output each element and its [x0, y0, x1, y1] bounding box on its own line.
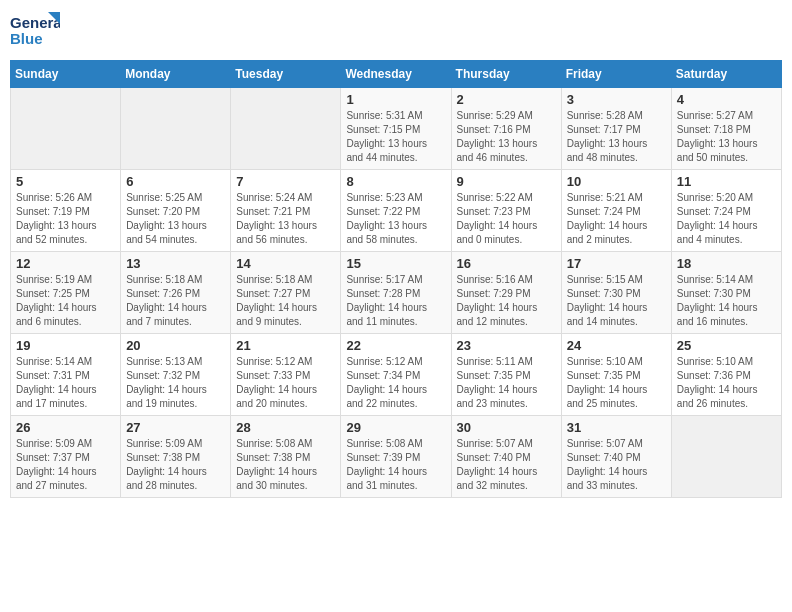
day-info: Sunrise: 5:09 AM Sunset: 7:37 PM Dayligh… — [16, 437, 115, 493]
day-cell: 30Sunrise: 5:07 AM Sunset: 7:40 PM Dayli… — [451, 416, 561, 498]
day-number: 24 — [567, 338, 666, 353]
week-row-3: 12Sunrise: 5:19 AM Sunset: 7:25 PM Dayli… — [11, 252, 782, 334]
day-cell: 4Sunrise: 5:27 AM Sunset: 7:18 PM Daylig… — [671, 88, 781, 170]
day-info: Sunrise: 5:24 AM Sunset: 7:21 PM Dayligh… — [236, 191, 335, 247]
day-cell: 11Sunrise: 5:20 AM Sunset: 7:24 PM Dayli… — [671, 170, 781, 252]
day-cell — [121, 88, 231, 170]
day-number: 19 — [16, 338, 115, 353]
day-cell: 26Sunrise: 5:09 AM Sunset: 7:37 PM Dayli… — [11, 416, 121, 498]
column-header-tuesday: Tuesday — [231, 61, 341, 88]
day-cell: 9Sunrise: 5:22 AM Sunset: 7:23 PM Daylig… — [451, 170, 561, 252]
day-cell: 31Sunrise: 5:07 AM Sunset: 7:40 PM Dayli… — [561, 416, 671, 498]
day-number: 5 — [16, 174, 115, 189]
day-number: 4 — [677, 92, 776, 107]
day-number: 29 — [346, 420, 445, 435]
day-info: Sunrise: 5:07 AM Sunset: 7:40 PM Dayligh… — [567, 437, 666, 493]
day-number: 10 — [567, 174, 666, 189]
day-info: Sunrise: 5:12 AM Sunset: 7:33 PM Dayligh… — [236, 355, 335, 411]
day-cell: 21Sunrise: 5:12 AM Sunset: 7:33 PM Dayli… — [231, 334, 341, 416]
day-cell: 2Sunrise: 5:29 AM Sunset: 7:16 PM Daylig… — [451, 88, 561, 170]
day-number: 18 — [677, 256, 776, 271]
day-info: Sunrise: 5:11 AM Sunset: 7:35 PM Dayligh… — [457, 355, 556, 411]
day-cell: 16Sunrise: 5:16 AM Sunset: 7:29 PM Dayli… — [451, 252, 561, 334]
day-number: 8 — [346, 174, 445, 189]
day-info: Sunrise: 5:28 AM Sunset: 7:17 PM Dayligh… — [567, 109, 666, 165]
day-info: Sunrise: 5:08 AM Sunset: 7:39 PM Dayligh… — [346, 437, 445, 493]
day-cell: 25Sunrise: 5:10 AM Sunset: 7:36 PM Dayli… — [671, 334, 781, 416]
day-cell: 15Sunrise: 5:17 AM Sunset: 7:28 PM Dayli… — [341, 252, 451, 334]
calendar-table: SundayMondayTuesdayWednesdayThursdayFrid… — [10, 60, 782, 498]
day-info: Sunrise: 5:16 AM Sunset: 7:29 PM Dayligh… — [457, 273, 556, 329]
day-number: 16 — [457, 256, 556, 271]
day-number: 28 — [236, 420, 335, 435]
week-row-2: 5Sunrise: 5:26 AM Sunset: 7:19 PM Daylig… — [11, 170, 782, 252]
day-cell: 29Sunrise: 5:08 AM Sunset: 7:39 PM Dayli… — [341, 416, 451, 498]
day-cell: 22Sunrise: 5:12 AM Sunset: 7:34 PM Dayli… — [341, 334, 451, 416]
day-info: Sunrise: 5:13 AM Sunset: 7:32 PM Dayligh… — [126, 355, 225, 411]
day-info: Sunrise: 5:18 AM Sunset: 7:27 PM Dayligh… — [236, 273, 335, 329]
day-cell: 3Sunrise: 5:28 AM Sunset: 7:17 PM Daylig… — [561, 88, 671, 170]
week-row-5: 26Sunrise: 5:09 AM Sunset: 7:37 PM Dayli… — [11, 416, 782, 498]
column-header-thursday: Thursday — [451, 61, 561, 88]
day-info: Sunrise: 5:26 AM Sunset: 7:19 PM Dayligh… — [16, 191, 115, 247]
week-row-1: 1Sunrise: 5:31 AM Sunset: 7:15 PM Daylig… — [11, 88, 782, 170]
day-number: 27 — [126, 420, 225, 435]
column-header-friday: Friday — [561, 61, 671, 88]
header-row: SundayMondayTuesdayWednesdayThursdayFrid… — [11, 61, 782, 88]
day-info: Sunrise: 5:10 AM Sunset: 7:35 PM Dayligh… — [567, 355, 666, 411]
day-info: Sunrise: 5:10 AM Sunset: 7:36 PM Dayligh… — [677, 355, 776, 411]
day-info: Sunrise: 5:09 AM Sunset: 7:38 PM Dayligh… — [126, 437, 225, 493]
column-header-wednesday: Wednesday — [341, 61, 451, 88]
day-info: Sunrise: 5:29 AM Sunset: 7:16 PM Dayligh… — [457, 109, 556, 165]
day-number: 31 — [567, 420, 666, 435]
day-cell: 8Sunrise: 5:23 AM Sunset: 7:22 PM Daylig… — [341, 170, 451, 252]
week-row-4: 19Sunrise: 5:14 AM Sunset: 7:31 PM Dayli… — [11, 334, 782, 416]
column-header-monday: Monday — [121, 61, 231, 88]
day-number: 13 — [126, 256, 225, 271]
day-info: Sunrise: 5:14 AM Sunset: 7:30 PM Dayligh… — [677, 273, 776, 329]
day-number: 15 — [346, 256, 445, 271]
day-cell: 10Sunrise: 5:21 AM Sunset: 7:24 PM Dayli… — [561, 170, 671, 252]
day-info: Sunrise: 5:21 AM Sunset: 7:24 PM Dayligh… — [567, 191, 666, 247]
column-header-sunday: Sunday — [11, 61, 121, 88]
day-number: 25 — [677, 338, 776, 353]
day-number: 6 — [126, 174, 225, 189]
day-cell: 14Sunrise: 5:18 AM Sunset: 7:27 PM Dayli… — [231, 252, 341, 334]
day-cell: 5Sunrise: 5:26 AM Sunset: 7:19 PM Daylig… — [11, 170, 121, 252]
day-number: 21 — [236, 338, 335, 353]
day-cell: 13Sunrise: 5:18 AM Sunset: 7:26 PM Dayli… — [121, 252, 231, 334]
day-cell — [671, 416, 781, 498]
day-info: Sunrise: 5:08 AM Sunset: 7:38 PM Dayligh… — [236, 437, 335, 493]
day-cell: 1Sunrise: 5:31 AM Sunset: 7:15 PM Daylig… — [341, 88, 451, 170]
day-number: 1 — [346, 92, 445, 107]
day-number: 9 — [457, 174, 556, 189]
day-cell: 17Sunrise: 5:15 AM Sunset: 7:30 PM Dayli… — [561, 252, 671, 334]
day-cell: 20Sunrise: 5:13 AM Sunset: 7:32 PM Dayli… — [121, 334, 231, 416]
day-info: Sunrise: 5:14 AM Sunset: 7:31 PM Dayligh… — [16, 355, 115, 411]
day-info: Sunrise: 5:12 AM Sunset: 7:34 PM Dayligh… — [346, 355, 445, 411]
day-number: 3 — [567, 92, 666, 107]
svg-text:General: General — [10, 14, 60, 31]
day-info: Sunrise: 5:17 AM Sunset: 7:28 PM Dayligh… — [346, 273, 445, 329]
calendar-header: SundayMondayTuesdayWednesdayThursdayFrid… — [11, 61, 782, 88]
day-cell: 27Sunrise: 5:09 AM Sunset: 7:38 PM Dayli… — [121, 416, 231, 498]
day-info: Sunrise: 5:23 AM Sunset: 7:22 PM Dayligh… — [346, 191, 445, 247]
day-info: Sunrise: 5:25 AM Sunset: 7:20 PM Dayligh… — [126, 191, 225, 247]
day-info: Sunrise: 5:19 AM Sunset: 7:25 PM Dayligh… — [16, 273, 115, 329]
day-cell: 23Sunrise: 5:11 AM Sunset: 7:35 PM Dayli… — [451, 334, 561, 416]
day-cell: 24Sunrise: 5:10 AM Sunset: 7:35 PM Dayli… — [561, 334, 671, 416]
day-info: Sunrise: 5:15 AM Sunset: 7:30 PM Dayligh… — [567, 273, 666, 329]
day-cell: 18Sunrise: 5:14 AM Sunset: 7:30 PM Dayli… — [671, 252, 781, 334]
day-cell — [11, 88, 121, 170]
day-number: 17 — [567, 256, 666, 271]
day-number: 26 — [16, 420, 115, 435]
day-number: 12 — [16, 256, 115, 271]
day-cell: 12Sunrise: 5:19 AM Sunset: 7:25 PM Dayli… — [11, 252, 121, 334]
calendar-body: 1Sunrise: 5:31 AM Sunset: 7:15 PM Daylig… — [11, 88, 782, 498]
day-number: 22 — [346, 338, 445, 353]
day-info: Sunrise: 5:07 AM Sunset: 7:40 PM Dayligh… — [457, 437, 556, 493]
day-info: Sunrise: 5:22 AM Sunset: 7:23 PM Dayligh… — [457, 191, 556, 247]
page-header: GeneralBlue — [10, 10, 782, 52]
day-info: Sunrise: 5:18 AM Sunset: 7:26 PM Dayligh… — [126, 273, 225, 329]
day-number: 23 — [457, 338, 556, 353]
